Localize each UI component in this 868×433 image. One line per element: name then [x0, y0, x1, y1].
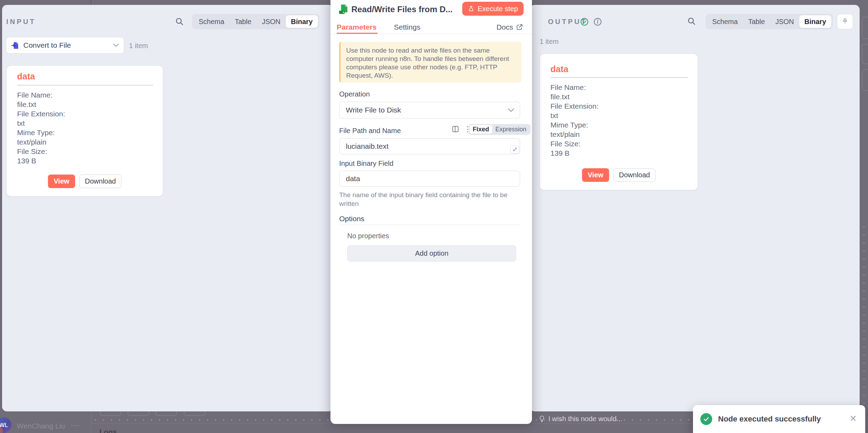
user-menu-icon[interactable]: ⋯: [70, 420, 79, 431]
meta-label: File Name:: [550, 83, 599, 92]
pin-data-button[interactable]: [837, 14, 853, 29]
split-view-icon[interactable]: [452, 125, 459, 133]
canvas-side-button[interactable]: [862, 69, 868, 91]
file-path-input[interactable]: [339, 138, 520, 154]
canvas-top-divider: [91, 0, 91, 5]
close-icon[interactable]: ✕: [850, 413, 857, 424]
flask-icon: [468, 6, 474, 12]
canvas-dot-grid: [860, 223, 868, 411]
mode-expression[interactable]: Expression: [492, 125, 530, 134]
view-button[interactable]: View: [582, 168, 609, 182]
meta-label: File Name:: [17, 90, 65, 100]
meta-value: text/plain: [550, 130, 599, 139]
output-binary-card: data File Name: file.txt File Extension:…: [540, 54, 698, 190]
binary-field-input[interactable]: [339, 171, 520, 187]
chevron-down-icon: [113, 44, 119, 47]
execute-step-button[interactable]: Execute step: [462, 2, 524, 16]
meta-label: Mime Type:: [17, 128, 65, 137]
binary-meta: File Name: file.txt File Extension: txt …: [17, 90, 65, 165]
docs-link[interactable]: Docs: [496, 23, 523, 31]
node-notice: Use this node to read and write files on…: [339, 42, 521, 83]
meta-label: File Size:: [17, 147, 65, 156]
meta-value: txt: [17, 118, 65, 128]
options-label: Options: [339, 215, 364, 223]
tab-schema[interactable]: Schema: [193, 15, 229, 28]
tab-json[interactable]: JSON: [770, 15, 799, 28]
footer-divider: [91, 411, 91, 433]
feedback-prompt-text: I wish this node would...: [548, 415, 622, 423]
meta-label: File Size:: [550, 139, 599, 148]
value-mode-toggle: Fixed Expression: [469, 124, 531, 135]
meta-value: text/plain: [17, 137, 65, 147]
chevron-down-icon: [508, 108, 514, 112]
tab-schema[interactable]: Schema: [707, 15, 743, 28]
user-name: WenChang Liu: [17, 422, 65, 430]
node-settings-modal: Read/Write Files from D... Execute step …: [330, 0, 532, 424]
tab-binary[interactable]: Binary: [286, 15, 318, 28]
operation-label: Operation: [339, 90, 370, 98]
input-binary-card: data File Name: file.txt File Extension:…: [7, 66, 163, 196]
pin-icon: [841, 18, 849, 25]
meta-value: file.txt: [17, 100, 65, 109]
binary-field-hint: The name of the input binary field conta…: [339, 191, 515, 208]
toast-message: Node executed successfully: [718, 415, 821, 424]
card-divider: [17, 85, 153, 85]
binary-key: data: [550, 64, 568, 74]
operation-value: Write File to Disk: [346, 106, 401, 114]
n8n-node-detail-view: Logs INPUT Schema Table JSON Binary Conv…: [0, 0, 868, 433]
meta-value: 139 B: [550, 148, 599, 158]
tab-json[interactable]: JSON: [257, 15, 285, 28]
execute-step-label: Execute step: [478, 5, 518, 13]
toast-success-icon: [700, 413, 712, 425]
docs-label: Docs: [496, 23, 513, 31]
input-source-value: Convert to File: [23, 41, 113, 49]
tabs-border: [330, 34, 532, 34]
download-button[interactable]: Download: [79, 175, 122, 188]
add-option-button[interactable]: Add option: [347, 245, 516, 262]
operation-select[interactable]: Write File to Disk: [339, 102, 520, 118]
meta-label: File Extension:: [550, 101, 599, 111]
external-link-icon: [516, 24, 523, 31]
tab-parameters[interactable]: Parameters: [337, 23, 376, 31]
meta-label: Mime Type:: [550, 120, 599, 130]
open-expression-editor-icon[interactable]: [510, 145, 519, 154]
input-view-tabs: Schema Table JSON Binary: [192, 14, 319, 29]
tab-table[interactable]: Table: [743, 15, 770, 28]
file-path-label: File Path and Name: [339, 127, 401, 135]
lightbulb-icon: [538, 415, 546, 423]
binary-meta: File Name: file.txt File Extension: txt …: [550, 83, 599, 158]
output-view-tabs: Schema Table JSON Binary: [706, 14, 833, 29]
input-source-select[interactable]: Convert to File: [6, 37, 124, 54]
download-button[interactable]: Download: [614, 168, 656, 182]
info-icon[interactable]: [593, 17, 602, 26]
tab-binary[interactable]: Binary: [799, 15, 831, 28]
meta-value: 139 B: [17, 156, 65, 165]
success-check-icon: [580, 17, 589, 26]
success-toast: Node executed successfully ✕: [693, 405, 865, 433]
options-divider: [339, 225, 520, 225]
convert-to-file-node-icon: [11, 41, 19, 49]
read-write-files-node-icon: [338, 4, 349, 15]
mode-fixed[interactable]: Fixed: [470, 125, 492, 134]
binary-key: data: [17, 71, 35, 82]
meta-value: file.txt: [550, 92, 599, 101]
card-divider: [550, 77, 688, 78]
output-items-count: 1 item: [540, 38, 558, 46]
search-icon[interactable]: [687, 17, 696, 25]
tab-table[interactable]: Table: [229, 15, 257, 28]
binary-field-label: Input Binary Field: [339, 160, 394, 168]
avatar-initials: WL: [0, 422, 8, 428]
user-avatar[interactable]: WL: [0, 417, 12, 433]
logs-panel-title[interactable]: Logs: [99, 428, 117, 433]
tab-settings[interactable]: Settings: [394, 23, 420, 31]
node-title[interactable]: Read/Write Files from D...: [351, 5, 460, 14]
canvas-side-button[interactable]: [862, 44, 868, 64]
search-icon[interactable]: [175, 17, 184, 26]
options-empty-text: No properties: [347, 232, 389, 240]
input-items-count: 1 item: [129, 42, 148, 50]
meta-value: txt: [550, 111, 599, 120]
meta-label: File Extension:: [17, 109, 65, 118]
canvas-side-button[interactable]: [862, 17, 868, 39]
view-button[interactable]: View: [48, 175, 75, 188]
node-feedback-prompt[interactable]: I wish this node would...: [538, 415, 622, 423]
